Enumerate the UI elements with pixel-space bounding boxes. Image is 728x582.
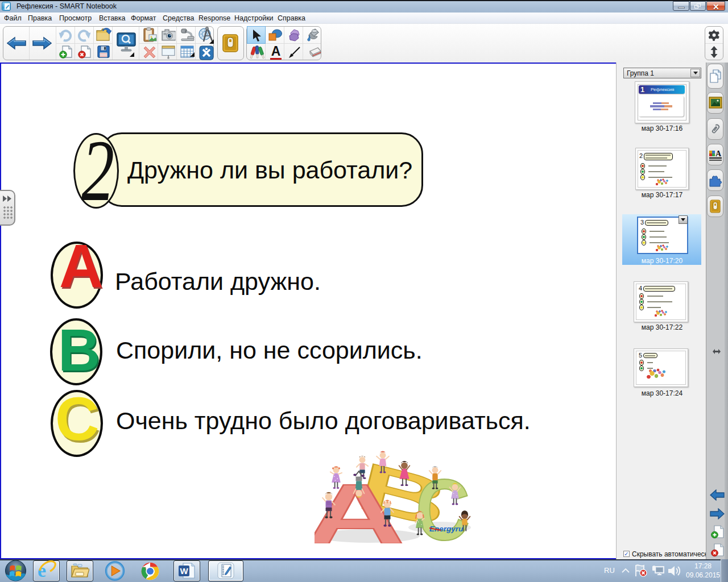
svg-text:W: W (180, 566, 189, 576)
svg-text:A: A (715, 149, 722, 158)
